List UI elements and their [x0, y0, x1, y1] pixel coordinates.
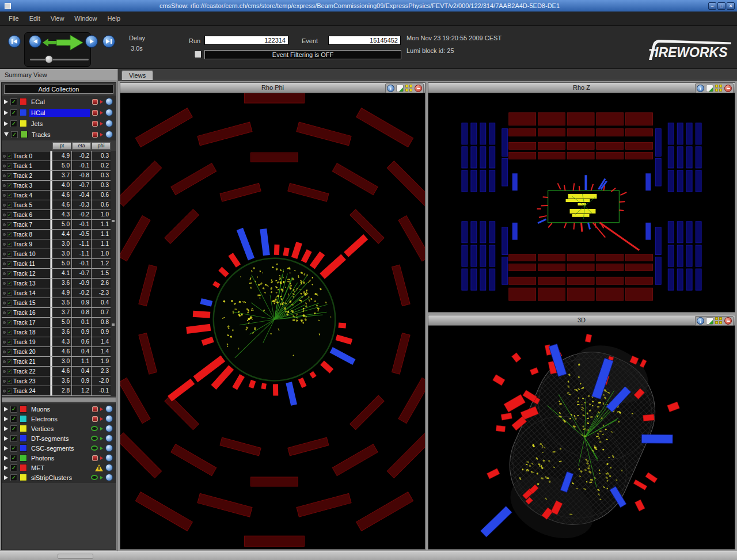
- collection-color-swatch[interactable]: [20, 415, 27, 422]
- collection-info-icon[interactable]: [105, 120, 113, 127]
- menu-item-window[interactable]: Window: [70, 14, 101, 23]
- track-checkbox-icon[interactable]: [7, 310, 12, 315]
- collection-checkbox-icon[interactable]: [10, 445, 17, 452]
- collection-info-icon[interactable]: [105, 109, 113, 116]
- track-eye-icon[interactable]: [3, 321, 6, 324]
- track-eye-icon[interactable]: [3, 262, 6, 265]
- track-checkbox-icon[interactable]: [7, 252, 12, 257]
- menu-item-edit[interactable]: Edit: [25, 14, 44, 23]
- track-eye-icon[interactable]: [3, 311, 6, 314]
- track-eye-icon[interactable]: [3, 282, 6, 285]
- collection-checkbox-icon[interactable]: [10, 474, 17, 481]
- three-d-canvas[interactable]: [428, 326, 735, 549]
- track-eye-icon[interactable]: [3, 223, 6, 226]
- collection-box-icon[interactable]: [92, 110, 98, 116]
- track-row[interactable]: Track 44.6-0.40.6: [2, 191, 111, 200]
- collection-color-swatch[interactable]: [20, 444, 27, 452]
- collection-row-ecal[interactable]: ECal: [2, 96, 116, 107]
- column-header-phi[interactable]: phi: [92, 142, 111, 150]
- collection-row-jets[interactable]: Jets: [2, 118, 116, 129]
- rho-phi-canvas[interactable]: [120, 93, 425, 549]
- maximize-view-button[interactable]: [405, 85, 413, 92]
- collection-expander-icon[interactable]: [4, 100, 8, 104]
- event-filter-checkbox[interactable]: [194, 51, 202, 58]
- track-checkbox-icon[interactable]: [7, 203, 12, 208]
- track-row[interactable]: Track 133.6-0.92.6: [2, 279, 111, 288]
- collection-color-swatch[interactable]: [20, 464, 27, 471]
- track-row[interactable]: Track 153.50.90.4: [2, 298, 111, 307]
- popout-button[interactable]: [706, 85, 713, 92]
- collection-expander-icon[interactable]: [4, 475, 8, 480]
- collection-row-sistripclusters[interactable]: siStripClusters: [2, 473, 116, 482]
- track-row[interactable]: Track 93.0-1.11.1: [2, 239, 111, 249]
- delay-slider-knob[interactable]: [45, 55, 53, 63]
- rho-z-header[interactable]: Rho Z: [428, 83, 735, 93]
- track-eye-icon[interactable]: [3, 370, 6, 373]
- collection-info-icon[interactable]: [105, 405, 113, 413]
- track-row[interactable]: Track 233.60.9-2.0: [2, 376, 111, 386]
- collection-row-photons[interactable]: Photons: [2, 453, 116, 463]
- track-checkbox-icon[interactable]: [7, 349, 12, 355]
- track-row[interactable]: Track 04.9-0.20.3: [2, 151, 111, 161]
- info-button[interactable]: [697, 317, 704, 325]
- collection-box-icon[interactable]: [92, 416, 98, 422]
- track-checkbox-icon[interactable]: [7, 173, 12, 178]
- collection-info-icon[interactable]: [105, 464, 113, 471]
- track-eye-icon[interactable]: [3, 302, 6, 304]
- collection-expander-icon[interactable]: [4, 407, 8, 412]
- tab-views[interactable]: Views: [121, 70, 153, 80]
- track-checkbox-icon[interactable]: [7, 340, 12, 345]
- popout-button[interactable]: [396, 85, 404, 92]
- track-checkbox-icon[interactable]: [7, 232, 12, 237]
- collection-color-swatch[interactable]: [20, 435, 27, 442]
- collection-row-csc-segments[interactable]: CSC-segments: [2, 443, 116, 453]
- track-row[interactable]: Track 175.00.10.8: [2, 318, 111, 327]
- collection-color-swatch[interactable]: [20, 405, 27, 413]
- track-eye-icon[interactable]: [3, 380, 6, 383]
- close-view-button[interactable]: [415, 85, 422, 92]
- minimize-button[interactable]: –: [708, 2, 716, 10]
- collection-expander-icon[interactable]: [4, 121, 8, 126]
- collection-color-swatch[interactable]: [20, 425, 27, 432]
- track-eye-icon[interactable]: [3, 204, 6, 207]
- collection-info-icon[interactable]: [105, 435, 113, 442]
- track-checkbox-icon[interactable]: [7, 183, 12, 188]
- track-row[interactable]: Track 115.0-0.11.2: [2, 259, 111, 268]
- info-button[interactable]: [697, 85, 704, 92]
- collection-color-swatch[interactable]: [20, 474, 27, 481]
- track-checkbox-icon[interactable]: [7, 242, 12, 247]
- collection-eye-icon[interactable]: [91, 445, 98, 451]
- collection-checkbox-icon[interactable]: [10, 425, 17, 432]
- track-checkbox-icon[interactable]: [7, 222, 12, 227]
- collection-expander-icon[interactable]: [4, 446, 8, 451]
- track-checkbox-icon[interactable]: [7, 271, 12, 276]
- collection-color-swatch[interactable]: [20, 98, 27, 105]
- track-row[interactable]: Track 224.60.42.3: [2, 367, 111, 376]
- track-eye-icon[interactable]: [3, 390, 6, 393]
- collection-box-icon[interactable]: [92, 121, 98, 127]
- sidebar-splitter[interactable]: [2, 397, 116, 402]
- track-row[interactable]: Track 194.30.61.4: [2, 337, 111, 346]
- track-checkbox-icon[interactable]: [7, 359, 12, 364]
- collection-checkbox-icon[interactable]: [10, 98, 17, 105]
- collection-row-vertices[interactable]: Vertices: [2, 424, 116, 433]
- collection-info-icon[interactable]: [105, 474, 113, 481]
- collection-info-icon[interactable]: [105, 415, 113, 422]
- collection-expander-icon[interactable]: [4, 111, 8, 115]
- track-checkbox-icon[interactable]: [7, 330, 12, 335]
- collection-box-icon[interactable]: [92, 132, 98, 138]
- collection-checkbox-icon[interactable]: [10, 464, 17, 471]
- track-eye-icon[interactable]: [3, 243, 6, 246]
- track-row[interactable]: Track 204.60.41.4: [2, 347, 111, 356]
- track-checkbox-icon[interactable]: [7, 154, 12, 159]
- track-eye-icon[interactable]: [3, 331, 6, 334]
- track-checkbox-icon[interactable]: [7, 291, 12, 296]
- collection-box-icon[interactable]: [92, 406, 98, 412]
- collection-row-met[interactable]: MET: [2, 463, 116, 473]
- collection-expander-icon[interactable]: [4, 436, 8, 441]
- track-eye-icon[interactable]: [3, 341, 6, 344]
- collection-expander-icon[interactable]: [4, 132, 9, 136]
- track-eye-icon[interactable]: [3, 184, 6, 187]
- track-eye-icon[interactable]: [3, 360, 6, 363]
- track-eye-icon[interactable]: [3, 214, 6, 216]
